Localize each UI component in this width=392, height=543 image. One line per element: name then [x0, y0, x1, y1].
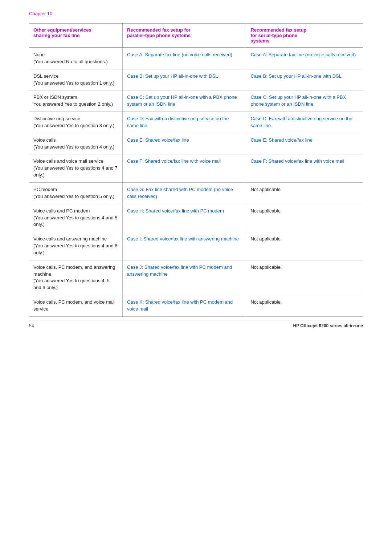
header-col1: Other equipment/services sharing your fa…: [29, 23, 123, 48]
page-number: 54: [29, 323, 34, 328]
cell-row6-col2: Not applicable.: [246, 182, 363, 204]
cell-row4-col0: Voice calls(You answered Yes to question…: [29, 133, 123, 154]
page-footer: 54 HP Officejet 6200 series all-in-one: [29, 320, 363, 328]
cell-row6-col1: Case G: Fax line shared with PC modem (n…: [123, 182, 246, 204]
cell-row0-col1: Case A: Separate fax line (no voice call…: [123, 48, 246, 69]
table-row: None(You answered No to all questions.)C…: [29, 48, 363, 69]
cell-row10-col1: Case K: Shared voice/fax line with PC mo…: [123, 295, 246, 317]
cell-row10-col0: Voice calls, PC modem, and voice mail se…: [29, 295, 123, 317]
cell-row8-col2: Not applicable.: [246, 232, 363, 260]
cell-row3-col1: Case D: Fax with a distinctive ring serv…: [123, 112, 246, 133]
cell-row4-col2: Case E: Shared voice/fax line: [246, 133, 363, 154]
cell-row2-col1: Case C: Set up your HP all-in-one with a…: [123, 90, 246, 112]
cell-row10-col2: Not applicable.: [246, 295, 363, 317]
table-row: Voice calls and PC modem(You answered Ye…: [29, 204, 363, 232]
cell-row7-col2: Not applicable.: [246, 204, 363, 232]
cell-row8-col1: Case I: Shared voice/fax line with answe…: [123, 232, 246, 260]
table-row: Distinctive ring service(You answered Ye…: [29, 112, 363, 133]
cell-row7-col1: Case H: Shared voice/fax line with PC mo…: [123, 204, 246, 232]
table-row: PC modem(You answered Yes to question 5 …: [29, 182, 363, 204]
cell-row5-col2: Case F: Shared voice/fax line with voice…: [246, 154, 363, 183]
page-container: Fax setup Chapter 10 Other equipment/ser…: [0, 0, 392, 339]
cell-row9-col2: Not applicable.: [246, 260, 363, 295]
cell-row9-col0: Voice calls, PC modem, and answering mac…: [29, 260, 123, 295]
table-row: PBX or ISDN systemYou answered Yes to qu…: [29, 90, 363, 112]
table-row: Voice calls and answering machine(You an…: [29, 232, 363, 260]
table-row: Voice calls, PC modem, and answering mac…: [29, 260, 363, 295]
cell-row1-col2: Case B: Set up your HP all-in-one with D…: [246, 69, 363, 90]
cell-row5-col1: Case F: Shared voice/fax line with voice…: [123, 154, 246, 183]
chapter-heading: Chapter 10: [29, 11, 363, 16]
cell-row1-col0: DSL service(You answered Yes to question…: [29, 69, 123, 90]
cell-row2-col0: PBX or ISDN systemYou answered Yes to qu…: [29, 90, 123, 112]
cell-row3-col2: Case D: Fax with a distinctive ring serv…: [246, 112, 363, 133]
cell-row0-col0: None(You answered No to all questions.): [29, 48, 123, 69]
cell-row1-col1: Case B: Set up your HP all-in-one with D…: [123, 69, 246, 90]
cell-row9-col1: Case J: Shared voice/fax line with PC mo…: [123, 260, 246, 295]
table-row: Voice calls(You answered Yes to question…: [29, 133, 363, 154]
cell-row4-col1: Case E: Shared voice/fax line: [123, 133, 246, 154]
cell-row8-col0: Voice calls and answering machine(You an…: [29, 232, 123, 260]
header-col2: Recommended fax setup for parallel-type …: [123, 23, 246, 48]
table-row: Voice calls, PC modem, and voice mail se…: [29, 295, 363, 317]
cell-row7-col0: Voice calls and PC modem(You answered Ye…: [29, 204, 123, 232]
header-col3: Recommended fax setup for serial-type ph…: [246, 23, 363, 48]
table-row: Voice calls and voice mail service(You a…: [29, 154, 363, 183]
table-row: DSL service(You answered Yes to question…: [29, 69, 363, 90]
cell-row3-col0: Distinctive ring service(You answered Ye…: [29, 112, 123, 133]
cell-row6-col0: PC modem(You answered Yes to question 5 …: [29, 182, 123, 204]
cell-row5-col0: Voice calls and voice mail service(You a…: [29, 154, 123, 183]
product-name: HP Officejet 6200 series all-in-one: [293, 323, 363, 328]
cell-row0-col2: Case A: Separate fax line (no voice call…: [246, 48, 363, 69]
fax-setup-table: Other equipment/services sharing your fa…: [29, 23, 363, 317]
cell-row2-col2: Case C: Set up your HP all-in-one with a…: [246, 90, 363, 112]
